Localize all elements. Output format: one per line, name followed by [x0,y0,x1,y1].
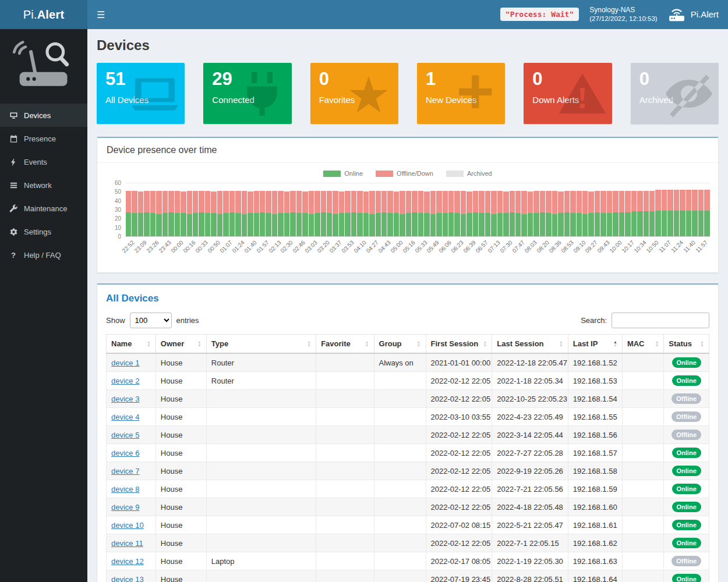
chart-bar [595,183,600,236]
cell-group [374,390,426,408]
sidebar-item-network[interactable]: Network [0,173,87,197]
cell-first-session: 2022-07-19 23:45 [426,570,492,582]
cell-mac [622,462,663,480]
stat-card-all-devices[interactable]: 51All Devices [97,63,185,124]
stat-card-archived[interactable]: 0Archived [631,63,719,124]
cell-last-session: 2022-7-27 22:05.28 [492,444,568,462]
chart-bar [570,183,575,236]
chart-bar [333,183,338,236]
table-row: device 7House2022-02-12 22:052022-9-19 2… [107,462,709,480]
device-link[interactable]: device 13 [111,575,144,582]
cell-status: Online [664,480,709,498]
sidebar-menu: DevicesPresenceEventsNetworkMaintenanceS… [0,104,87,267]
search-input[interactable] [612,313,709,328]
device-link[interactable]: device 10 [111,521,144,530]
cell-first-session: 2022-02-12 22:05 [426,480,492,498]
sidebar-item-presence[interactable]: Presence [0,127,87,150]
legend-item-archived[interactable]: Archived [446,170,492,177]
sort-icon: ▲▼ [147,340,151,347]
cell-first-session: 2022-02-17 08:05 [426,552,492,570]
chart-bar [406,183,411,236]
cell-mac [622,426,663,444]
sidebar-item-settings[interactable]: Settings [0,220,87,243]
hamburger-icon[interactable]: ☰ [87,0,114,29]
column-header-type[interactable]: Type▲▼ [206,335,316,354]
stat-card-favorites[interactable]: 0Favorites★ [310,63,398,124]
chart-bar [533,183,539,236]
stat-card-new-devices[interactable]: 1New Devices+ [417,63,505,124]
chart-bar [339,183,344,236]
cell-mac [622,570,663,582]
search-label: Search: [581,316,607,325]
cell-last-session: 2022-5-21 22:05.47 [492,516,568,534]
legend-item-offline-down[interactable]: Offline/Down [376,170,433,177]
sidebar-item-events[interactable]: Events [0,150,87,173]
device-link[interactable]: device 11 [111,539,143,548]
device-link[interactable]: device 1 [111,359,139,367]
device-link[interactable]: device 3 [111,395,139,403]
status-badge: Offline [672,430,701,440]
cell-owner: House [156,498,206,516]
device-link[interactable]: device 2 [111,377,139,385]
device-link[interactable]: device 8 [111,485,139,494]
chart-bar [473,183,478,236]
cell-last-session: 2022-10-25 22:05.23 [492,390,568,408]
chart-bar [424,183,429,236]
calendar-icon [9,134,18,143]
chart-bar [376,183,381,236]
cell-favorite [316,390,374,408]
cell-last-session: 2022-1-19 22:05.30 [492,552,568,570]
cell-name: device 5 [107,426,156,444]
column-header-status[interactable]: Status▲▼ [664,335,709,354]
column-header-group[interactable]: Group▲▼ [374,335,426,354]
sort-icon: ▲▼ [483,340,487,347]
sidebar-item-devices[interactable]: Devices [0,104,87,127]
device-link[interactable]: device 7 [111,467,139,475]
table-row: device 12HouseLaptop2022-02-17 08:052022… [107,552,709,570]
chart-bar [577,183,582,236]
column-header-mac[interactable]: MAC▲▼ [622,335,663,354]
cell-group [374,498,426,516]
app-logo[interactable]: Pi.Alert [0,0,87,29]
presence-panel: Device presence over time OnlineOffline/… [97,137,719,273]
device-link[interactable]: device 4 [111,413,139,421]
cell-status: Online [664,570,709,582]
show-label: Show [106,316,125,325]
device-link[interactable]: device 12 [111,557,144,566]
sort-icon: ▲▼ [197,340,202,347]
column-header-favorite[interactable]: Favorite▲▼ [316,335,374,354]
status-badge: Online [672,357,701,368]
chart-bar [387,183,393,236]
column-header-last-session[interactable]: Last Session▲▼ [492,335,568,354]
chart-bars [126,183,709,236]
chart-bar [363,183,369,236]
column-header-last-ip[interactable]: Last IP▲▼ [568,335,622,354]
chart-bar [254,183,259,236]
page-size-select[interactable]: 100 [130,313,172,328]
cell-type [206,498,316,516]
chart-bar [528,183,533,236]
cell-favorite [316,534,374,552]
chart-bar [181,183,186,236]
cell-status: Online [664,498,709,516]
column-header-owner[interactable]: Owner▲▼ [156,335,206,354]
column-header-name[interactable]: Name▲▼ [107,335,156,354]
stat-card-connected[interactable]: 29Connected [203,63,291,124]
legend-item-online[interactable]: Online [323,170,363,177]
cell-type: Router [206,372,316,390]
sidebar-item-maintenance[interactable]: Maintenance [0,197,87,220]
device-link[interactable]: device 9 [111,503,139,512]
nav-brand[interactable]: Pi.Alert [668,6,719,22]
stat-card-down-alerts[interactable]: 0Down Alerts [524,63,612,124]
devices-panel: All Devices Show 100 entries Search: Nam… [97,283,719,582]
column-header-first-session[interactable]: First Session▲▼ [426,335,492,354]
brand-bold: Alert [37,8,65,22]
column-label: Status [669,339,692,348]
device-link[interactable]: device 5 [111,431,139,439]
status-badge: Online [672,520,701,530]
device-link[interactable]: device 6 [111,449,139,457]
cell-owner: House [156,426,206,444]
router-scan-logo-icon [11,38,76,92]
legend-label: Online [344,170,363,177]
sidebar-item-help-faq[interactable]: ?Help / FAQ [0,243,87,267]
